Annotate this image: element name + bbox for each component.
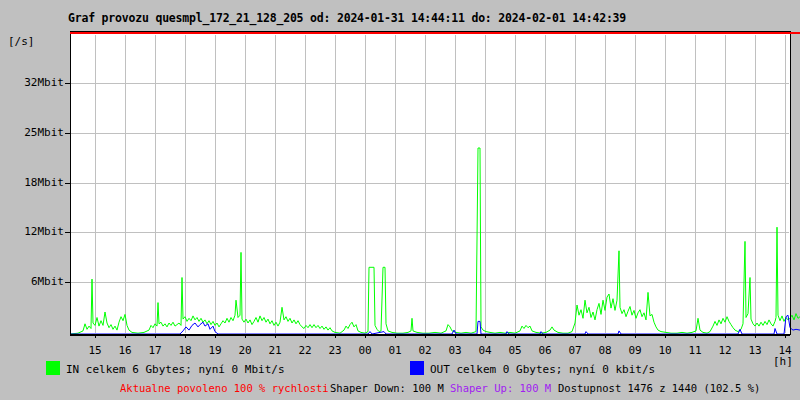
x-tick-label: 02 (412, 344, 438, 357)
x-tick-label: 04 (472, 344, 498, 357)
x-tick-label: 10 (652, 344, 678, 357)
legend-in-label: IN celkem 6 Gbytes; nyní 0 Mbit/s (66, 363, 285, 376)
x-tick-label: 12 (712, 344, 738, 357)
x-tick-label: 20 (232, 344, 258, 357)
x-tick-label: 11 (682, 344, 708, 357)
x-tick-label: 16 (112, 344, 138, 357)
x-tick-label: 19 (202, 344, 228, 357)
plot-area (70, 31, 790, 334)
availability-text: Dostupnost 1476 z 1440 (102.5 %) (558, 382, 760, 394)
y-axis-unit-label: [/s] (8, 35, 35, 48)
x-tick-label: 08 (592, 344, 618, 357)
y-tick-label: 25Mbit (4, 126, 64, 139)
shaper-up-text: Shaper Up: 100 M (450, 382, 551, 394)
y-tick-label: 32Mbit (4, 76, 64, 89)
x-tick-label: 23 (322, 344, 348, 357)
y-tick-label: 18Mbit (4, 176, 64, 189)
graph-title: Graf provozu quesmpl_172_21_128_205 od: … (68, 11, 626, 25)
x-tick-label: 03 (442, 344, 468, 357)
x-tick-label: 15 (82, 344, 108, 357)
x-tick-label: 14 (772, 344, 798, 357)
x-tick-label: 06 (532, 344, 558, 357)
x-tick-label: 01 (382, 344, 408, 357)
x-tick-label: 05 (502, 344, 528, 357)
traffic-graph-window: Graf provozu quesmpl_172_21_128_205 od: … (0, 0, 800, 400)
legend-out-label: OUT celkem 0 Gbytes; nyní 0 kbit/s (430, 363, 655, 376)
traffic-chart (0, 0, 800, 400)
legend-out-swatch (410, 361, 424, 375)
legend-in-swatch (46, 361, 60, 375)
x-tick-label: 07 (562, 344, 588, 357)
y-tick-label: 12Mbit (4, 225, 64, 238)
allowed-speed-text: Aktualne povoleno 100 % rychlosti (120, 382, 329, 394)
x-tick-label: 00 (352, 344, 378, 357)
x-tick-label: 17 (142, 344, 168, 357)
x-tick-label: 21 (262, 344, 288, 357)
shaper-down-text: Shaper Down: 100 M (330, 382, 444, 394)
x-tick-label: 09 (622, 344, 648, 357)
y-tick-label: 6Mbit (4, 275, 64, 288)
x-tick-label: 18 (172, 344, 198, 357)
x-tick-label: 13 (742, 344, 768, 357)
x-tick-label: 22 (292, 344, 318, 357)
